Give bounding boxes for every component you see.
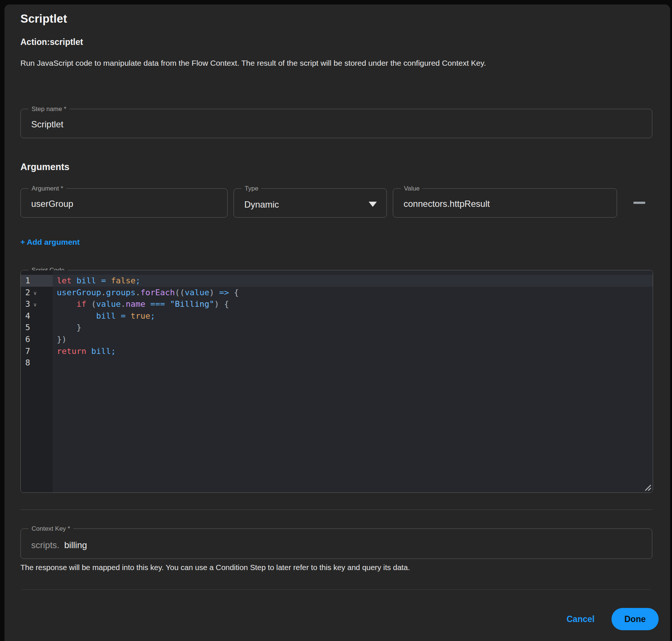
page-background: Scriptlet Action:scriptlet Run JavaScrip…: [0, 0, 672, 641]
context-key-prefix: scripts.: [31, 540, 59, 550]
step-name-input[interactable]: [21, 109, 652, 138]
code-line[interactable]: return bill;: [53, 345, 653, 357]
script-code-field: Script Code 12∨3∨45678 let bill = false;…: [20, 270, 653, 493]
code-line[interactable]: }): [53, 333, 653, 345]
code-line[interactable]: let bill = false;: [53, 275, 653, 287]
action-subtitle: Action:scriptlet: [20, 37, 83, 47]
code-lines[interactable]: let bill = false;userGroup.groups.forEac…: [53, 270, 653, 492]
argument-type-select[interactable]: Type Dynamic: [234, 188, 387, 218]
line-number: 8: [21, 357, 53, 369]
arguments-heading: Arguments: [20, 162, 69, 172]
minus-icon: [633, 202, 645, 204]
argument-name-field: Argument *: [20, 188, 228, 218]
code-line[interactable]: }: [53, 322, 653, 333]
remove-argument-button[interactable]: [630, 194, 648, 212]
footer-divider: [22, 589, 650, 590]
code-line[interactable]: bill = true;: [53, 310, 653, 322]
line-number: 1: [21, 275, 53, 287]
line-number: 6: [21, 333, 53, 345]
line-number: 3∨: [21, 298, 53, 310]
add-argument-button[interactable]: + Add argument: [20, 238, 80, 247]
fold-chevron-icon[interactable]: ∨: [33, 287, 36, 299]
helper-text: The response will be mapped into this ke…: [20, 563, 410, 572]
section-divider: [20, 510, 652, 510]
line-number: 2∨: [21, 287, 53, 299]
argument-value-input[interactable]: [393, 189, 617, 217]
code-line[interactable]: if (value.name === "Billing") {: [53, 298, 653, 310]
resize-handle-icon[interactable]: [644, 484, 652, 492]
description-text: Run JavaScript code to manipulate data f…: [20, 54, 492, 72]
argument-value-field: Value: [393, 188, 617, 218]
argument-name-input[interactable]: [21, 189, 227, 217]
dialog-title: Scriptlet: [20, 12, 67, 26]
code-line[interactable]: [53, 357, 653, 369]
step-name-field: Step name *: [20, 109, 652, 138]
argument-type-value: Dynamic: [244, 189, 279, 219]
line-number: 5: [21, 322, 53, 333]
cancel-button[interactable]: Cancel: [563, 613, 598, 626]
done-button[interactable]: Done: [611, 608, 659, 630]
line-number: 4: [21, 310, 53, 322]
code-editor[interactable]: 12∨3∨45678 let bill = false;userGroup.gr…: [21, 270, 653, 492]
code-line[interactable]: userGroup.groups.forEach((value) => {: [53, 287, 653, 299]
code-gutter: 12∨3∨45678: [21, 270, 53, 492]
fold-chevron-icon[interactable]: ∨: [33, 299, 36, 311]
context-key-field: Context Key * scripts. billing: [20, 528, 652, 559]
chevron-down-icon: [369, 202, 377, 207]
line-number: 7: [21, 345, 53, 357]
context-key-input[interactable]: scripts. billing: [31, 529, 87, 560]
context-key-value: billing: [64, 540, 87, 550]
